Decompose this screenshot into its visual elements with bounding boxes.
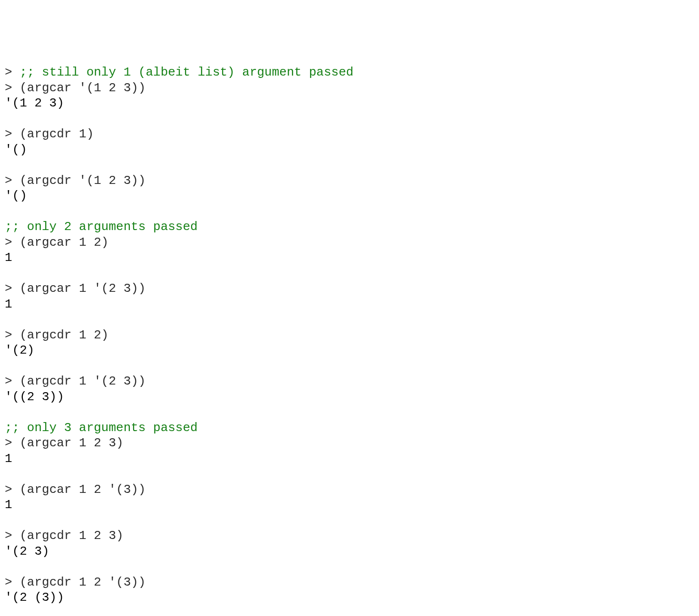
blank-line bbox=[5, 266, 694, 281]
repl-output: '() bbox=[5, 189, 27, 203]
repl-comment-line: ;; only 2 arguments passed bbox=[5, 219, 694, 235]
repl-output: 1 bbox=[5, 297, 12, 311]
repl-code: (argcdr 1 2 3) bbox=[19, 529, 123, 543]
blank-line bbox=[5, 559, 694, 575]
repl-comment: ;; only 2 arguments passed bbox=[5, 220, 198, 234]
repl-input-line: > (argcdr 1 2 3) bbox=[5, 528, 694, 544]
repl-code: (argcdr 1) bbox=[19, 127, 94, 141]
repl-input-line: > (argcdr 1 2) bbox=[5, 327, 694, 343]
repl-code: (argcar 1 '(2 3)) bbox=[19, 281, 146, 296]
repl-input-line: > (argcar 1 2 '(3)) bbox=[5, 482, 694, 498]
repl-code: (argcdr 1 2 '(3)) bbox=[19, 575, 146, 589]
blank-line bbox=[5, 111, 694, 127]
repl-prompt: > bbox=[5, 65, 19, 79]
repl-input-line: > (argcar 1 2 3) bbox=[5, 435, 694, 451]
repl-input-line: > (argcar 1 '(2 3)) bbox=[5, 281, 694, 297]
repl-input-line: > ;; still only 1 (albeit list) argument… bbox=[5, 65, 694, 80]
repl-input-line: > (argcar '(1 2 3)) bbox=[5, 80, 694, 96]
repl-comment: ;; still only 1 (albeit list) argument p… bbox=[19, 65, 353, 79]
repl-output: '((2 3)) bbox=[5, 390, 64, 404]
repl-input-line: > (argcar 1 2) bbox=[5, 235, 694, 250]
repl-prompt: > bbox=[5, 173, 19, 188]
repl-code: (argcdr 1 2) bbox=[19, 328, 108, 342]
repl-code: (argcar 1 2) bbox=[19, 235, 108, 250]
repl-output-line: '(2) bbox=[5, 343, 694, 358]
blank-line bbox=[5, 204, 694, 220]
repl-comment-line: ;; only 3 arguments passed bbox=[5, 420, 694, 436]
repl-prompt: > bbox=[5, 328, 19, 342]
repl-output-line: 1 bbox=[5, 497, 694, 513]
repl-output: 1 bbox=[5, 452, 12, 466]
repl-output: '(1 2 3) bbox=[5, 96, 64, 110]
repl-code: (argcdr 1 '(2 3)) bbox=[19, 374, 146, 388]
repl-input-line: > (argcdr 1) bbox=[5, 126, 694, 142]
repl-output: '(2 (3)) bbox=[5, 590, 64, 605]
blank-line bbox=[5, 513, 694, 529]
repl-prompt: > bbox=[5, 436, 19, 450]
repl-comment: ;; only 3 arguments passed bbox=[5, 421, 198, 435]
repl-input-line: > (argcdr 1 2 '(3)) bbox=[5, 575, 694, 590]
repl-prompt: > bbox=[5, 127, 19, 141]
repl-prompt: > bbox=[5, 482, 19, 497]
blank-line bbox=[5, 404, 694, 420]
repl-code: (argcdr '(1 2 3)) bbox=[19, 173, 146, 188]
blank-line bbox=[5, 466, 694, 482]
repl-prompt: > bbox=[5, 575, 19, 589]
repl-output-line: '((2 3)) bbox=[5, 389, 694, 405]
repl-output-line: '(2 (3)) bbox=[5, 590, 694, 606]
repl-input-line: > (argcdr '(1 2 3)) bbox=[5, 173, 694, 189]
repl-prompt: > bbox=[5, 281, 19, 296]
repl-output-line: '(2 3) bbox=[5, 544, 694, 559]
repl-input-line: > (argcdr 1 '(2 3)) bbox=[5, 374, 694, 389]
repl-output-line: 1 bbox=[5, 451, 694, 467]
blank-line bbox=[5, 157, 694, 173]
repl-prompt: > bbox=[5, 235, 19, 250]
repl-output: '() bbox=[5, 143, 27, 157]
blank-line bbox=[5, 358, 694, 374]
repl-prompt: > bbox=[5, 81, 19, 95]
repl-output: 1 bbox=[5, 250, 12, 265]
blank-line bbox=[5, 312, 694, 327]
repl-code: (argcar 1 2 3) bbox=[19, 436, 123, 450]
repl-output: 1 bbox=[5, 498, 12, 512]
repl-prompt: > bbox=[5, 529, 19, 543]
repl-transcript: > ;; still only 1 (albeit list) argument… bbox=[5, 65, 694, 606]
repl-output-line: '() bbox=[5, 188, 694, 204]
repl-code: (argcar '(1 2 3)) bbox=[19, 81, 146, 95]
repl-output-line: '() bbox=[5, 142, 694, 158]
repl-output-line: 1 bbox=[5, 250, 694, 266]
repl-code: (argcar 1 2 '(3)) bbox=[19, 482, 146, 497]
repl-output-line: '(1 2 3) bbox=[5, 96, 694, 111]
repl-output: '(2) bbox=[5, 343, 34, 357]
repl-output: '(2 3) bbox=[5, 544, 49, 558]
repl-output-line: 1 bbox=[5, 297, 694, 312]
repl-prompt: > bbox=[5, 374, 19, 388]
